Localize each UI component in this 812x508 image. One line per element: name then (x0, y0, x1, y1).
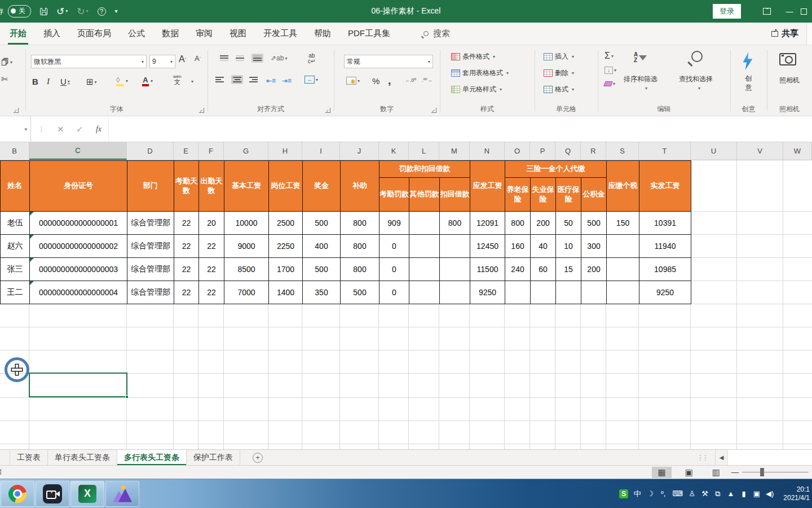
table-cell[interactable]: 综合管理部 (127, 281, 174, 304)
column-header-H[interactable]: H (268, 142, 302, 160)
header-cell[interactable]: 奖金 (303, 161, 341, 212)
ribbon-search[interactable]: 搜索 (423, 23, 450, 45)
sheet-grid[interactable]: 姓名身份证号部门考勤天数出勤天数基本工资岗位工资奖金补助罚款和扣回借款应发工资三… (0, 160, 812, 449)
table-cell[interactable]: 500 (581, 212, 607, 235)
font-size-combo[interactable]: 9▾ (149, 55, 175, 68)
screen-recorder-taskbar-button[interactable] (36, 481, 69, 507)
table-cell[interactable]: 1700 (269, 258, 303, 281)
table-cell[interactable] (505, 281, 531, 304)
column-header-K[interactable]: K (379, 142, 409, 160)
table-cell[interactable]: 8500 (224, 258, 269, 281)
table-cell[interactable]: 2500 (269, 212, 303, 235)
speaker-icon[interactable]: ◀) (766, 490, 774, 497)
table-cell[interactable]: 10391 (639, 212, 691, 235)
format-painter-button[interactable]: ✄ (1, 75, 8, 84)
table-cell[interactable]: 200 (531, 212, 556, 235)
table-cell[interactable]: 500 (303, 212, 341, 235)
ribbon-tab-PDF工具集[interactable]: PDF工具集 (341, 23, 398, 45)
column-header-P[interactable]: P (530, 142, 555, 160)
find-select-label[interactable]: 查找和选择 (679, 75, 713, 84)
table-cell[interactable]: 500 (341, 281, 379, 304)
name-box[interactable]: ▾ (0, 116, 31, 142)
wrench-icon[interactable]: ⚒ (701, 490, 709, 497)
column-header-D[interactable]: D (127, 142, 174, 160)
number-dialog-launcher[interactable] (431, 108, 436, 113)
column-header-E[interactable]: E (174, 142, 198, 160)
fill-button[interactable]: ↓▾ (604, 67, 616, 74)
increase-font-button[interactable]: Aˆ (179, 54, 186, 64)
camera-label[interactable]: 照相机 (767, 76, 812, 85)
column-header-T[interactable]: T (639, 142, 691, 160)
ribbon-display-options-button[interactable] (756, 0, 778, 23)
table-cell[interactable]: 400 (303, 235, 341, 258)
header-cell[interactable]: 罚款和扣回借款 (379, 161, 470, 178)
paste-options-button[interactable]: 🗍▾ (1, 58, 12, 67)
sheet-tab-多行表头工资条[interactable]: 多行表头工资条 (117, 450, 187, 465)
table-cell[interactable]: 综合管理部 (127, 235, 174, 258)
table-cell[interactable]: 1400 (269, 281, 303, 304)
header-cell[interactable]: 部门 (127, 161, 174, 212)
popup-window-icon[interactable]: ⧉ (714, 490, 722, 497)
ribbon-tab-开始[interactable]: 开始 (2, 23, 34, 45)
table-cell[interactable]: 22 (174, 212, 199, 235)
sheet-tab-保护工作表[interactable]: 保护工作表 (187, 450, 240, 465)
decrease-decimal-button[interactable]: .⁰⁰→ (422, 77, 433, 83)
table-cell[interactable]: 综合管理部 (127, 258, 174, 281)
ribbon-tab-数据[interactable]: 数据 (155, 23, 186, 45)
cancel-entry-button[interactable]: ✕ (51, 125, 70, 134)
align-left-button[interactable] (215, 77, 224, 82)
table-cell[interactable]: 10 (556, 235, 581, 258)
header-cell[interactable]: 考勤天数 (174, 161, 199, 212)
table-cell[interactable]: 综合管理部 (127, 212, 174, 235)
table-cell[interactable]: 60 (531, 258, 556, 281)
share-button[interactable]: 共享 (764, 23, 806, 45)
table-cell[interactable]: 800 (341, 212, 379, 235)
ribbon-tab-帮助[interactable]: 帮助 (307, 23, 338, 45)
table-cell[interactable]: 10000 (224, 212, 269, 235)
header-cell[interactable]: 补助 (341, 161, 379, 212)
borders-button[interactable]: ⊞▾ (86, 77, 97, 87)
table-cell[interactable]: 22 (174, 235, 199, 258)
table-cell[interactable]: 000000000000000003 (30, 258, 127, 281)
column-header-B[interactable]: B (0, 142, 29, 160)
undo-button[interactable]: ↺▾ (56, 7, 68, 16)
insert-function-button[interactable]: fx (89, 125, 108, 134)
table-cell[interactable]: 11940 (639, 235, 691, 258)
camera-button[interactable] (779, 53, 796, 65)
header-cell[interactable]: 养老保险 (505, 178, 531, 212)
column-header-S[interactable]: S (606, 142, 639, 160)
ribbon-tab-插入[interactable]: 插入 (36, 23, 68, 45)
new-sheet-button[interactable]: + (253, 453, 263, 463)
table-cell[interactable]: 0 (379, 235, 409, 258)
clear-button[interactable]: ▾ (604, 81, 615, 86)
header-cell[interactable]: 考勤罚款 (379, 178, 409, 212)
header-cell[interactable]: 应缴个税 (607, 161, 639, 212)
table-cell[interactable]: 22 (199, 235, 224, 258)
normal-view-button[interactable]: ▦ (652, 467, 671, 478)
percent-style-button[interactable]: % (372, 76, 379, 86)
header-cell[interactable]: 岗位工资 (269, 161, 303, 212)
find-select-caret[interactable]: ▾ (697, 86, 700, 91)
table-cell[interactable]: 150 (607, 212, 639, 235)
column-header-W[interactable]: W (783, 142, 812, 160)
table-cell[interactable]: 800 (341, 235, 379, 258)
ribbon-tab-页面布局[interactable]: 页面布局 (70, 23, 118, 45)
header-cell[interactable]: 三险一金个人代缴 (505, 161, 607, 178)
page-layout-view-button[interactable]: ▣ (679, 467, 699, 478)
table-cell[interactable]: 500 (303, 258, 341, 281)
font-dialog-launcher[interactable] (199, 108, 204, 113)
sogou-status-icon[interactable]: º, (659, 490, 667, 497)
format-cells-button[interactable]: 格式▾ (544, 85, 574, 94)
excel-taskbar-button[interactable]: X (70, 481, 104, 507)
header-cell[interactable]: 基本工资 (224, 161, 269, 212)
ribbon-tab-公式[interactable]: 公式 (121, 23, 152, 45)
format-as-table-button[interactable]: 套用表格格式▾ (451, 68, 509, 78)
column-header-O[interactable]: O (505, 142, 530, 160)
table-cell[interactable] (607, 281, 639, 304)
orientation-button[interactable]: ⇗ab▾ (271, 54, 287, 62)
table-cell[interactable]: 160 (505, 235, 531, 258)
column-header-M[interactable]: M (439, 142, 470, 160)
scrollbar-track[interactable] (727, 450, 812, 465)
table-cell[interactable]: 12091 (470, 212, 505, 235)
column-header-F[interactable]: F (198, 142, 224, 160)
